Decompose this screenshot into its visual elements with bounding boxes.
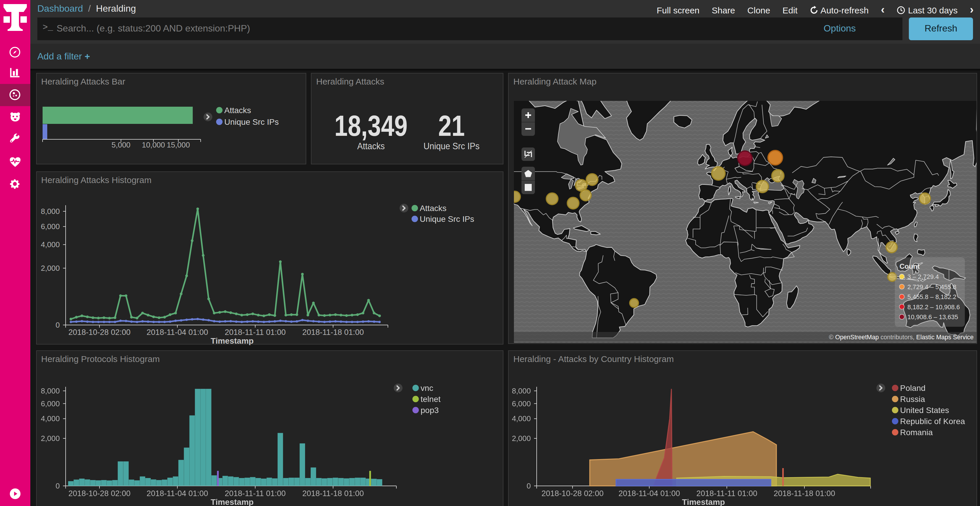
svg-text:6,000: 6,000 xyxy=(41,399,59,408)
svg-text:10,908.6 – 13,635: 10,908.6 – 13,635 xyxy=(907,313,958,320)
svg-text:United States: United States xyxy=(900,405,949,414)
svg-text:5,455.8 – 8,182.2: 5,455.8 – 8,182.2 xyxy=(907,293,956,300)
svg-text:2018-11-11 01:00: 2018-11-11 01:00 xyxy=(224,328,285,337)
svg-text:pop3: pop3 xyxy=(420,405,438,414)
svg-text:2018-10-28 02:00: 2018-10-28 02:00 xyxy=(68,489,130,498)
svg-text:6,000: 6,000 xyxy=(512,399,531,408)
svg-text:Attacks: Attacks xyxy=(224,106,251,114)
svg-text:2018-10-28 02:00: 2018-10-28 02:00 xyxy=(541,489,603,498)
svg-text:2018-11-04 01:00: 2018-11-04 01:00 xyxy=(618,489,680,498)
svg-text:Poland: Poland xyxy=(900,383,926,392)
svg-text:Romania: Romania xyxy=(900,428,933,437)
svg-text:Count: Count xyxy=(899,262,920,270)
svg-text:8,182.2 – 10,908.6: 8,182.2 – 10,908.6 xyxy=(907,303,960,311)
svg-text:8,000: 8,000 xyxy=(41,386,59,395)
svg-text:Timestamp: Timestamp xyxy=(210,497,253,506)
svg-text:2018-11-04 01:00: 2018-11-04 01:00 xyxy=(146,328,208,337)
svg-text:2018-10-28 02:00: 2018-10-28 02:00 xyxy=(68,328,130,337)
svg-text:4,000: 4,000 xyxy=(41,414,59,423)
svg-text:2,000: 2,000 xyxy=(41,264,59,273)
svg-text:vnc: vnc xyxy=(420,383,433,392)
svg-text:2018-11-11 01:00: 2018-11-11 01:00 xyxy=(696,489,757,498)
svg-text:4,000: 4,000 xyxy=(512,414,531,423)
svg-text:2018-11-04 01:00: 2018-11-04 01:00 xyxy=(146,489,208,498)
svg-text:2018-11-11 01:00: 2018-11-11 01:00 xyxy=(224,489,285,498)
svg-text:2018-11-18 01:00: 2018-11-18 01:00 xyxy=(773,489,835,498)
svg-text:4,000: 4,000 xyxy=(41,240,59,249)
svg-text:0: 0 xyxy=(527,481,531,490)
svg-text:Attacks: Attacks xyxy=(419,204,446,213)
svg-text:0: 0 xyxy=(56,481,59,490)
svg-text:10,000: 10,000 xyxy=(142,140,165,149)
svg-text:2,000: 2,000 xyxy=(41,434,59,443)
svg-text:Unique Src IPs: Unique Src IPs xyxy=(419,214,474,224)
svg-text:© OpenStreetMap contributors,: © OpenStreetMap contributors, Elastic Ma… xyxy=(829,333,974,341)
svg-text:Timestamp: Timestamp xyxy=(682,497,725,506)
svg-text:6,000: 6,000 xyxy=(41,222,59,231)
svg-text:15,000: 15,000 xyxy=(167,140,190,149)
svg-text:2,000: 2,000 xyxy=(512,434,531,443)
svg-text:Timestamp: Timestamp xyxy=(210,336,253,345)
svg-text:Russia: Russia xyxy=(900,394,925,403)
svg-text:Unique Src IPs: Unique Src IPs xyxy=(224,117,278,126)
svg-text:5,000: 5,000 xyxy=(111,140,130,149)
svg-text:2,729.4 – 5,455.8: 2,729.4 – 5,455.8 xyxy=(907,283,956,290)
svg-text:0: 0 xyxy=(56,320,59,329)
svg-text:2018-11-18 01:00: 2018-11-18 01:00 xyxy=(302,328,363,337)
svg-text:3 – 2,729.4: 3 – 2,729.4 xyxy=(907,273,939,280)
svg-text:2018-11-18 01:00: 2018-11-18 01:00 xyxy=(302,489,363,498)
svg-text:Republic of Korea: Republic of Korea xyxy=(900,417,965,425)
svg-text:telnet: telnet xyxy=(420,394,441,403)
svg-text:8,000: 8,000 xyxy=(512,386,531,395)
svg-text:8,000: 8,000 xyxy=(41,207,59,216)
